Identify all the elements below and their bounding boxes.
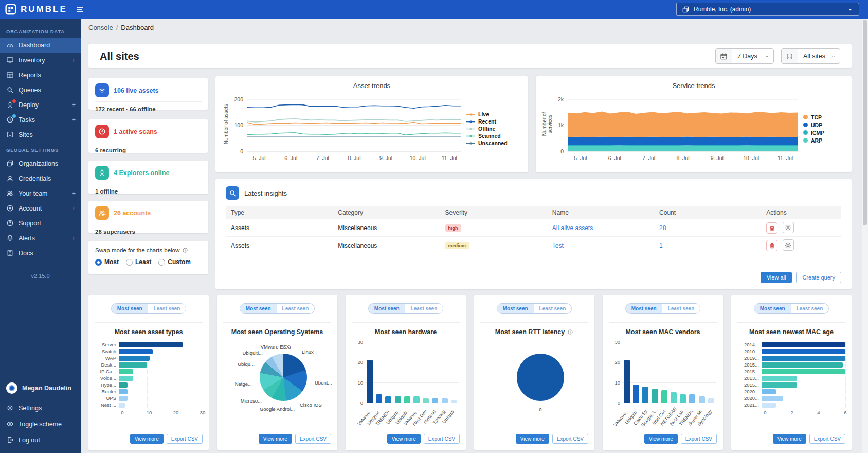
svg-text:0: 0 bbox=[560, 148, 564, 154]
bar bbox=[642, 387, 648, 403]
insight-count-link[interactable]: 1 bbox=[659, 242, 663, 249]
insight-count-link[interactable]: 28 bbox=[659, 224, 666, 232]
most-seen-tab[interactable]: Most seen bbox=[240, 304, 277, 313]
legend-item[interactable]: Offline bbox=[466, 126, 520, 132]
sidebar-item-inventory[interactable]: Inventory + bbox=[0, 53, 81, 67]
bar bbox=[119, 403, 125, 408]
radio-least[interactable]: Least bbox=[126, 258, 151, 266]
sidebar-item-queries[interactable]: Queries bbox=[0, 82, 81, 97]
expand-plus-icon[interactable]: + bbox=[71, 189, 76, 197]
delete-button[interactable] bbox=[766, 240, 777, 251]
expand-plus-icon[interactable]: + bbox=[71, 204, 76, 212]
insight-name-link[interactable]: Test bbox=[552, 242, 564, 249]
most-seen-tab[interactable]: Most seen bbox=[497, 304, 534, 313]
sidebar-item-sites[interactable]: Sites bbox=[0, 127, 81, 142]
settings-button[interactable] bbox=[783, 239, 794, 251]
sidebar-item-tasks[interactable]: Tasks + bbox=[0, 112, 81, 127]
chart-plot: 01002005. Jul6. Jul7. Jul8. Jul9. Jul10.… bbox=[221, 90, 466, 168]
sidebar-footer-log-out[interactable]: Log out bbox=[0, 432, 81, 448]
sidebar-item-organizations[interactable]: Organizations bbox=[0, 156, 81, 171]
expand-plus-icon[interactable]: + bbox=[71, 116, 76, 124]
view-more-button[interactable]: View more bbox=[259, 434, 292, 444]
expand-plus-icon[interactable]: + bbox=[71, 234, 76, 242]
stat-card-accounts[interactable]: 26 accounts 26 superusers bbox=[88, 201, 208, 233]
sidebar-item-dashboard[interactable]: Dashboard bbox=[0, 38, 81, 53]
stat-card-active-scans[interactable]: 1 active scans 6 recurring bbox=[88, 119, 208, 153]
view-more-button[interactable]: View more bbox=[130, 434, 164, 444]
view-more-button[interactable]: View more bbox=[516, 434, 549, 444]
legend-item[interactable]: ARP bbox=[803, 137, 835, 144]
expand-plus-icon[interactable]: + bbox=[71, 56, 76, 64]
radio-button[interactable] bbox=[126, 259, 133, 266]
view-more-button[interactable]: View more bbox=[387, 434, 421, 444]
legend-item[interactable]: Live bbox=[466, 111, 520, 117]
header-controls: 7 Days All sites bbox=[715, 48, 840, 64]
sidebar-footer-toggle-scheme[interactable]: Toggle scheme bbox=[0, 416, 81, 432]
sidebar-section-label: ORGANIZATION DATA bbox=[0, 24, 81, 38]
date-range-select[interactable]: 7 Days bbox=[715, 48, 774, 64]
sidebar-item-your-team[interactable]: Your team + bbox=[0, 186, 81, 201]
view-more-button[interactable]: View more bbox=[644, 434, 678, 444]
legend-item[interactable]: Scanned bbox=[466, 133, 520, 139]
bar bbox=[385, 396, 391, 403]
page-header-card: All sites 7 Days All sites bbox=[88, 44, 852, 68]
export-csv-button[interactable]: Export CSV bbox=[167, 434, 203, 444]
legend-item[interactable]: Recent bbox=[466, 118, 520, 125]
least-seen-tab[interactable]: Least seen bbox=[148, 304, 186, 313]
radio-button[interactable] bbox=[95, 259, 102, 266]
legend-item[interactable]: ICMP bbox=[803, 130, 835, 136]
settings-button[interactable] bbox=[783, 222, 794, 233]
expand-plus-icon[interactable]: + bbox=[71, 101, 76, 109]
legend-item[interactable]: UDP bbox=[803, 122, 835, 128]
radio-most[interactable]: Most bbox=[95, 258, 119, 266]
sidebar-item-account[interactable]: Account + bbox=[0, 201, 81, 216]
breadcrumb-item[interactable]: Console bbox=[88, 24, 113, 31]
sidebar-item-support[interactable]: Support bbox=[0, 216, 81, 231]
sidebar-item-reports[interactable]: Reports bbox=[0, 67, 81, 82]
legend-item[interactable]: TCP bbox=[803, 114, 835, 120]
export-csv-button[interactable]: Export CSV bbox=[295, 434, 331, 444]
export-csv-button[interactable]: Export CSV bbox=[552, 434, 588, 444]
sidebar-item-credentials[interactable]: Credentials bbox=[0, 171, 81, 186]
inventory-icon bbox=[6, 56, 14, 64]
delete-button[interactable] bbox=[766, 222, 777, 234]
least-seen-tab[interactable]: Least seen bbox=[405, 304, 443, 313]
org-selector[interactable]: Rumble, Inc. (admin) bbox=[676, 3, 859, 16]
legend-item[interactable]: Unscanned bbox=[466, 140, 520, 146]
insight-name-link[interactable]: All alive assets bbox=[552, 224, 593, 232]
scrollbar-thumb[interactable] bbox=[863, 20, 867, 225]
most-seen-tab[interactable]: Most seen bbox=[112, 304, 148, 313]
most-seen-tab[interactable]: Most seen bbox=[754, 304, 791, 313]
sidebar-item-label: Account bbox=[19, 205, 42, 212]
site-filter-select[interactable]: All sites bbox=[781, 48, 840, 64]
sidebar-item-deploy[interactable]: Deploy + bbox=[0, 97, 81, 112]
least-seen-tab[interactable]: Least seen bbox=[534, 304, 572, 313]
view-more-button[interactable]: View more bbox=[773, 434, 806, 444]
export-csv-button[interactable]: Export CSV bbox=[681, 434, 717, 444]
sidebar-footer-settings[interactable]: Settings bbox=[0, 400, 81, 416]
stat-title: 26 accounts bbox=[114, 210, 151, 217]
sidebar-item-alerts[interactable]: Alerts + bbox=[0, 231, 81, 246]
support-icon bbox=[6, 219, 14, 227]
stat-card-explorers[interactable]: 4 Explorers online 1 offline bbox=[88, 161, 208, 194]
radio-button[interactable] bbox=[158, 259, 165, 266]
radio-custom[interactable]: Custom bbox=[158, 258, 191, 266]
menu-icon[interactable] bbox=[76, 5, 84, 14]
scrollbar[interactable] bbox=[862, 19, 868, 453]
create-query-button[interactable]: Create query bbox=[796, 272, 841, 283]
pie bbox=[517, 354, 564, 401]
column-header: Category bbox=[333, 209, 440, 216]
user-menu[interactable]: Megan Daudelin bbox=[0, 379, 81, 400]
sidebar-item-docs[interactable]: Docs bbox=[0, 246, 81, 260]
least-seen-tab[interactable]: Least seen bbox=[662, 304, 700, 313]
most-seen-tab[interactable]: Most seen bbox=[369, 304, 405, 313]
info-icon bbox=[567, 329, 573, 335]
export-csv-button[interactable]: Export CSV bbox=[424, 434, 460, 444]
svg-text:Number of assets: Number of assets bbox=[223, 104, 229, 144]
export-csv-button[interactable]: Export CSV bbox=[809, 434, 845, 444]
least-seen-tab[interactable]: Least seen bbox=[791, 304, 829, 313]
least-seen-tab[interactable]: Least seen bbox=[277, 304, 315, 313]
stat-card-live-assets[interactable]: 106 live assets 172 recent · 66 offline bbox=[88, 78, 208, 110]
most-seen-tab[interactable]: Most seen bbox=[626, 304, 662, 313]
view-all-button[interactable]: View all bbox=[761, 272, 792, 283]
